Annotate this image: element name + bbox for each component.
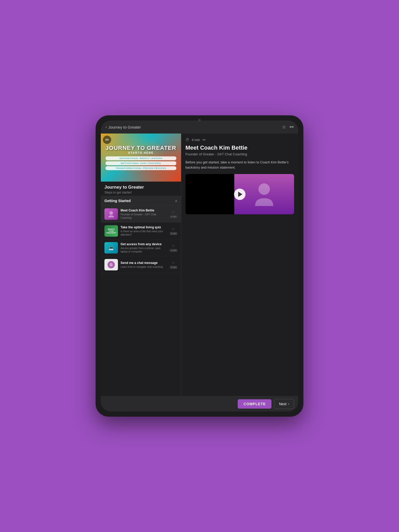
course-info: Journey to Greater Steps to get started (101, 182, 181, 196)
thumbnail-starts-here: STARTS HERE (105, 151, 176, 154)
lesson-star-2[interactable]: ☆ (172, 227, 175, 231)
chat-letter: G (108, 261, 115, 268)
badge-1: INSPIRATIONAL WEEKLY LESSONS (105, 156, 176, 160)
header: ‹ Journey to Greater ☆ ⚯ (101, 121, 298, 134)
course-name: Journey to Greater (104, 185, 177, 190)
play-button[interactable] (234, 189, 245, 200)
thumbnail-badges: INSPIRATIONAL WEEKLY LESSONS MOTIVATIONA… (105, 156, 176, 170)
lesson-author: Founder of Greater - 24/7 Chat Coaching (185, 152, 294, 156)
lesson-duration-3: 1 min (170, 249, 177, 252)
bottom-bar: COMPLETE Next › (101, 396, 298, 411)
play-triangle-icon (238, 192, 242, 197)
lesson-right-2: ☆ 2 min (170, 227, 177, 235)
lesson-info-4: Send me a chat message Learn how to navi… (121, 261, 167, 269)
header-icons: ☆ ⚯ (282, 124, 294, 130)
section-header[interactable]: Getting Started ∧ (101, 196, 181, 206)
lesson-right-4: ☆ 2 min (170, 261, 177, 269)
lesson-info-1: Meet Coach Kim Bettie Founder of Greater… (121, 209, 167, 220)
lesson-star-1[interactable]: ☆ (172, 210, 175, 214)
lesson-main-title: Meet Coach Kim Bettie (185, 144, 294, 151)
video-player[interactable] (185, 174, 294, 214)
tablet-device: ‹ Journey to Greater ☆ ⚯ 0/4 JOURNEY TO … (96, 115, 303, 417)
camera (198, 119, 201, 122)
lesson-title-2: Take the optimal living quiz (121, 225, 167, 229)
lesson-desc-2: Is there an area of life that need your … (121, 230, 167, 236)
lesson-duration-display: 4 min (192, 138, 200, 142)
section-title: Getting Started (104, 199, 131, 203)
course-thumbnail: 0/4 JOURNEY TO GREATER STARTS HERE INSPI… (101, 134, 181, 182)
complete-button[interactable]: COMPLETE (238, 399, 271, 409)
lesson-thumb-4: G (104, 259, 118, 270)
lesson-thumb-2: WHAT'S YOUR GREATER? (104, 225, 118, 237)
lesson-title-3: Get access from any device (121, 242, 167, 246)
lesson-title-1: Meet Coach Kim Bettie (121, 209, 167, 212)
lesson-desc-4: Learn how to navigate chat coaching (121, 265, 167, 269)
header-left: ‹ Journey to Greater (105, 125, 141, 129)
lesson-item-2[interactable]: WHAT'S YOUR GREATER? Take the optimal li… (101, 223, 181, 240)
lesson-item-4[interactable]: G Send me a chat message Learn how to na… (101, 256, 181, 273)
lesson-item-3[interactable]: 💻 Get access from any device Access grea… (101, 240, 181, 256)
section-toggle-icon[interactable]: ∧ (175, 199, 177, 203)
lesson-description: Before you get started, take a moment to… (185, 160, 294, 170)
screen: ‹ Journey to Greater ☆ ⚯ 0/4 JOURNEY TO … (101, 121, 298, 411)
badge-2: MOTIVATIONAL CHAT COACHING (105, 161, 176, 165)
lesson-info-2: Take the optimal living quiz Is there an… (121, 225, 167, 236)
badge-3: TRANSFORMATIONAL PROVEN PROCESS (105, 166, 176, 170)
lesson-thumb-3: 💻 (104, 242, 118, 254)
lesson-meta: ⏱ 4 min ⚯ (185, 138, 294, 142)
next-arrow-icon: › (288, 402, 289, 406)
main-content: 0/4 JOURNEY TO GREATER STARTS HERE INSPI… (101, 134, 298, 396)
clock-icon: ⏱ (185, 138, 189, 142)
next-button[interactable]: Next › (274, 399, 294, 409)
lesson-star-4[interactable]: ☆ (172, 261, 175, 265)
link-icon-right: ⚯ (203, 138, 205, 142)
lesson-right-1: ☆ 4 min (170, 210, 177, 218)
lesson-thumb-1 (104, 208, 118, 220)
next-label: Next (279, 402, 287, 406)
lesson-duration-2: 2 min (170, 232, 177, 235)
lesson-info-3: Get access from any device Access greate… (121, 242, 167, 253)
lesson-desc-1: Founder of Greater - 24/7 Chat Coaching (121, 213, 167, 220)
left-panel: 0/4 JOURNEY TO GREATER STARTS HERE INSPI… (101, 134, 181, 396)
lesson-duration-4: 2 min (170, 266, 177, 269)
star-icon[interactable]: ☆ (282, 124, 286, 130)
course-subtitle: Steps to get started (104, 191, 177, 194)
lesson-title-4: Send me a chat message (121, 261, 167, 265)
lesson-desc-3: Access greater from a phone, ipad, lapto… (121, 247, 167, 253)
back-icon[interactable]: ‹ (105, 125, 107, 129)
lesson-duration-1: 4 min (170, 215, 177, 218)
svg-point-0 (109, 211, 113, 215)
link-icon[interactable]: ⚯ (290, 124, 294, 130)
thumbnail-main-title: JOURNEY TO GREATER (105, 145, 176, 151)
thumbnail-text: JOURNEY TO GREATER STARTS HERE INSPIRATI… (103, 142, 179, 173)
right-panel: ⏱ 4 min ⚯ Meet Coach Kim Bettie Founder … (181, 134, 298, 396)
lesson-item-1[interactable]: Meet Coach Kim Bettie Founder of Greater… (101, 206, 181, 223)
lesson-right-3: ☆ 1 min (170, 244, 177, 252)
lesson-star-3[interactable]: ☆ (172, 244, 175, 248)
header-title: Journey to Greater (108, 125, 141, 129)
svg-point-1 (258, 183, 270, 195)
